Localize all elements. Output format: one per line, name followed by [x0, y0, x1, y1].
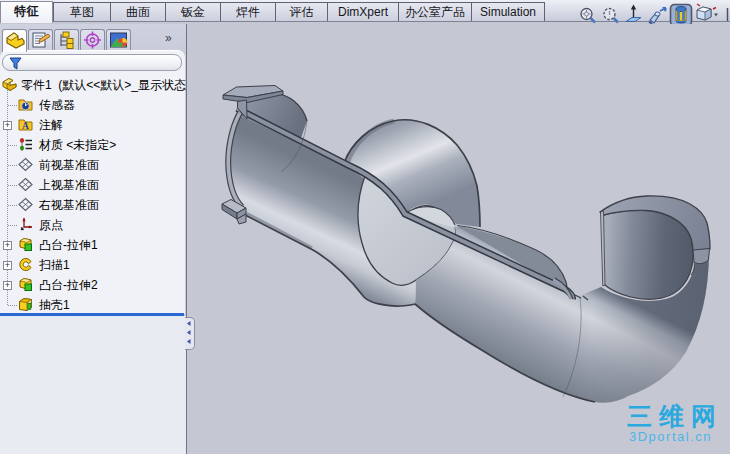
- svg-text:A: A: [22, 121, 29, 131]
